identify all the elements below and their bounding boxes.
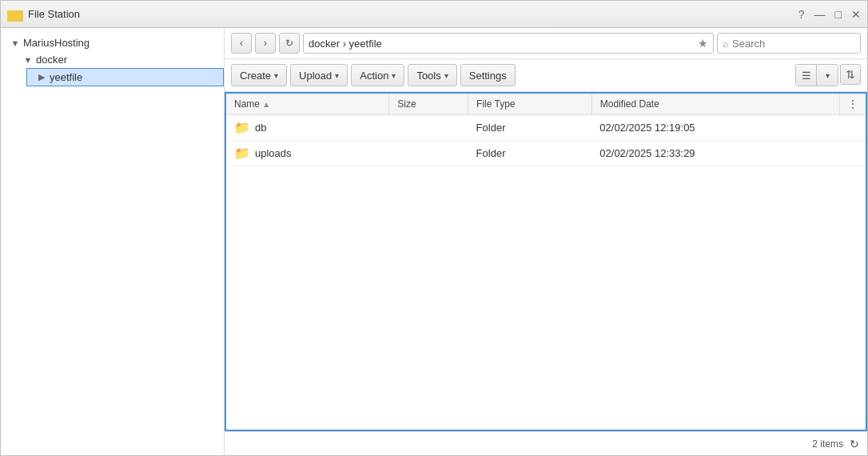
cell-type-0: Folder [468, 115, 592, 141]
tree-children-mariushosting: ▼ docker ▶ yeetfile [1, 51, 224, 86]
sort-button[interactable]: ⇅ [840, 64, 861, 85]
app-title: File Station [28, 8, 798, 20]
name-sort-arrow: ▲ [262, 100, 270, 109]
toggle-docker: ▼ [23, 55, 33, 65]
action-label: Action [360, 70, 388, 82]
upload-label: Upload [299, 70, 332, 82]
file-name-0: db [255, 122, 266, 134]
sidebar: ▼ MariusHosting ▼ docker ▶ yeetfile [1, 28, 225, 455]
maximize-button[interactable]: □ [835, 9, 842, 20]
refresh-nav-button[interactable]: ↻ [279, 33, 300, 54]
view-group: ☰ ▾ [795, 64, 838, 86]
file-station-window: File Station ? — □ ✕ ▼ MariusHosting ▼ [0, 0, 868, 456]
minimize-button[interactable]: — [814, 9, 826, 20]
forward-button[interactable]: › [255, 33, 276, 54]
search-box[interactable]: ⌕ [717, 33, 861, 54]
upload-arrow: ▾ [335, 71, 339, 80]
tree-children-docker: ▶ yeetfile [14, 68, 224, 86]
back-button[interactable]: ‹ [231, 33, 252, 54]
table-row[interactable]: 📁 uploads Folder 02/02/2025 12:33:29 [226, 141, 866, 166]
list-view-button[interactable]: ☰ [796, 65, 817, 86]
settings-label: Settings [469, 70, 507, 82]
cell-date-1: 02/02/2025 12:33:29 [591, 141, 839, 166]
cell-opts-0 [840, 115, 866, 141]
tree-item-yeetfile[interactable]: ▶ yeetfile [26, 68, 224, 86]
cell-size-1 [389, 141, 468, 166]
star-icon[interactable]: ★ [698, 37, 708, 50]
tools-button[interactable]: Tools ▾ [408, 64, 456, 86]
label-docker: docker [36, 54, 67, 66]
folder-icon-1: 📁 [234, 146, 250, 161]
breadcrumb-text: docker › yeetfile [309, 38, 382, 50]
create-button[interactable]: Create ▾ [231, 64, 287, 86]
label-yeetfile: yeetfile [50, 71, 82, 83]
search-input[interactable] [732, 38, 855, 50]
folder-icon-0: 📁 [234, 120, 250, 135]
col-size[interactable]: Size [389, 94, 468, 115]
right-panel: ‹ › ↻ docker › yeetfile ★ ⌕ Create ▾ [225, 28, 867, 455]
tree-item-docker[interactable]: ▼ docker [14, 51, 224, 68]
titlebar: File Station ? — □ ✕ [1, 1, 867, 28]
file-table: Name ▲ Size File Type Modified Date [226, 94, 866, 166]
search-icon: ⌕ [723, 38, 729, 50]
toggle-yeetfile: ▶ [37, 72, 46, 82]
toggle-mariushosting: ▼ [10, 38, 20, 48]
label-mariushosting: MariusHosting [23, 37, 90, 49]
tools-label: Tools [416, 70, 440, 82]
cell-opts-1 [840, 141, 866, 166]
table-header-row: Name ▲ Size File Type Modified Date [226, 94, 866, 115]
col-file-type[interactable]: File Type [468, 94, 592, 115]
close-button[interactable]: ✕ [851, 9, 861, 20]
create-arrow: ▾ [274, 71, 278, 80]
action-arrow: ▾ [392, 71, 396, 80]
col-name[interactable]: Name ▲ [226, 94, 389, 115]
upload-button[interactable]: Upload ▾ [290, 64, 348, 86]
item-count: 2 items [812, 438, 843, 450]
cell-name-1: 📁 uploads [226, 141, 389, 166]
statusbar: 2 items ↻ [225, 431, 867, 455]
cell-size-0 [389, 115, 468, 141]
nav-bar: ‹ › ↻ docker › yeetfile ★ ⌕ [225, 28, 867, 59]
main-content: ▼ MariusHosting ▼ docker ▶ yeetfile [1, 28, 867, 455]
settings-button[interactable]: Settings [460, 64, 516, 86]
cell-type-1: Folder [468, 141, 592, 166]
help-button[interactable]: ? [798, 9, 805, 20]
table-row[interactable]: 📁 db Folder 02/02/2025 12:19:05 [226, 115, 866, 141]
breadcrumb: docker › yeetfile ★ [303, 33, 714, 54]
tree-item-mariushosting[interactable]: ▼ MariusHosting [1, 34, 224, 51]
create-label: Create [240, 70, 271, 82]
file-name-1: uploads [255, 147, 292, 159]
view-controls: ☰ ▾ ⇅ [795, 64, 861, 86]
tools-arrow: ▾ [444, 71, 448, 80]
cell-date-0: 02/02/2025 12:19:05 [591, 115, 839, 141]
file-list-area: Name ▲ Size File Type Modified Date [225, 92, 867, 431]
statusbar-refresh-button[interactable]: ↻ [850, 438, 859, 450]
app-icon [7, 7, 23, 22]
tree-root: ▼ MariusHosting ▼ docker ▶ yeetfile [1, 34, 224, 86]
window-controls: ? — □ ✕ [798, 9, 861, 20]
toolbar: Create ▾ Upload ▾ Action ▾ Tools ▾ Setti… [225, 59, 867, 92]
cell-name-0: 📁 db [226, 115, 389, 141]
col-modified-date[interactable]: Modified Date [591, 94, 839, 115]
view-dropdown-button[interactable]: ▾ [817, 65, 838, 86]
action-button[interactable]: Action ▾ [351, 64, 404, 86]
col-options[interactable]: ⋮ [840, 94, 866, 115]
